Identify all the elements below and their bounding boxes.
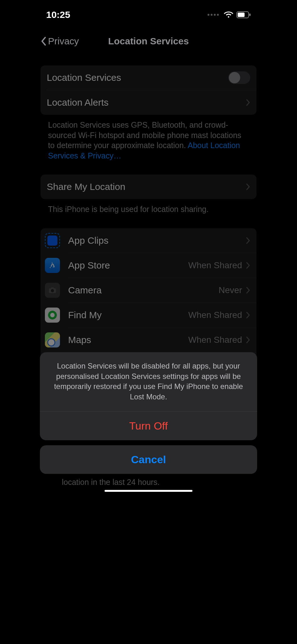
cancel-button[interactable]: Cancel [40, 445, 257, 474]
share-my-location-label: Share My Location [47, 181, 246, 192]
location-alerts-row[interactable]: Location Alerts [40, 90, 256, 115]
below-text-fragment: location in the last 24 hours. [40, 474, 257, 487]
share-group: Share My Location [40, 175, 256, 199]
home-indicator[interactable] [105, 490, 192, 492]
location-group: Location Services Location Alerts [40, 65, 256, 115]
location-services-row[interactable]: Location Services [40, 65, 256, 90]
chevron-right-icon [246, 237, 250, 244]
app-label: Camera [68, 285, 219, 296]
chevron-left-icon [40, 36, 47, 46]
chevron-right-icon [246, 311, 250, 319]
app-label: App Store [68, 260, 188, 271]
sheet-message: Location Services will be disabled for a… [40, 352, 257, 411]
appstore-icon [45, 258, 60, 273]
content: Location Services Location Alerts Locati… [35, 53, 262, 377]
app-label: Find My [68, 310, 188, 320]
location-alerts-label: Location Alerts [47, 97, 246, 108]
cellular-dots-icon [208, 14, 219, 16]
svg-point-4 [51, 289, 54, 292]
app-row-findmy[interactable]: Find My When Shared [40, 303, 256, 327]
action-sheet: Location Services will be disabled for a… [40, 352, 257, 487]
location-services-toggle[interactable] [228, 71, 250, 84]
status-time: 10:25 [46, 9, 70, 20]
app-status: When Shared [188, 335, 242, 345]
camera-icon [45, 283, 60, 298]
app-label: App Clips [68, 235, 242, 246]
location-services-label: Location Services [47, 72, 228, 83]
app-status: Never [219, 285, 242, 295]
back-label: Privacy [48, 36, 79, 47]
status-right [208, 11, 251, 18]
chevron-right-icon [246, 183, 250, 191]
chevron-right-icon [246, 336, 250, 344]
svg-rect-2 [249, 14, 251, 16]
app-label: Maps [68, 335, 188, 345]
nav-bar: Privacy Location Services [35, 23, 262, 53]
status-bar: 10:25 [35, 0, 262, 23]
app-status: When Shared [188, 310, 242, 320]
svg-rect-5 [51, 287, 54, 289]
svg-rect-1 [238, 13, 245, 17]
app-row-appclips[interactable]: App Clips [40, 228, 256, 253]
location-desc: Location Services uses GPS, Bluetooth, a… [40, 115, 256, 161]
chevron-right-icon [246, 286, 250, 294]
maps-icon [45, 332, 60, 347]
app-row-maps[interactable]: Maps When Shared [40, 328, 256, 352]
page-title: Location Services [108, 36, 189, 47]
chevron-right-icon [246, 262, 250, 269]
share-footer: This iPhone is being used for location s… [40, 199, 256, 214]
turn-off-button[interactable]: Turn Off [40, 412, 257, 440]
wifi-icon [224, 11, 233, 18]
back-button[interactable]: Privacy [40, 36, 79, 47]
findmy-icon [45, 308, 60, 323]
app-row-camera[interactable]: Camera Never [40, 278, 256, 303]
app-row-appstore[interactable]: App Store When Shared [40, 253, 256, 278]
appclips-icon [45, 233, 60, 248]
share-my-location-row[interactable]: Share My Location [40, 175, 256, 199]
battery-icon [236, 11, 251, 18]
chevron-right-icon [246, 99, 250, 106]
app-status: When Shared [188, 260, 242, 270]
